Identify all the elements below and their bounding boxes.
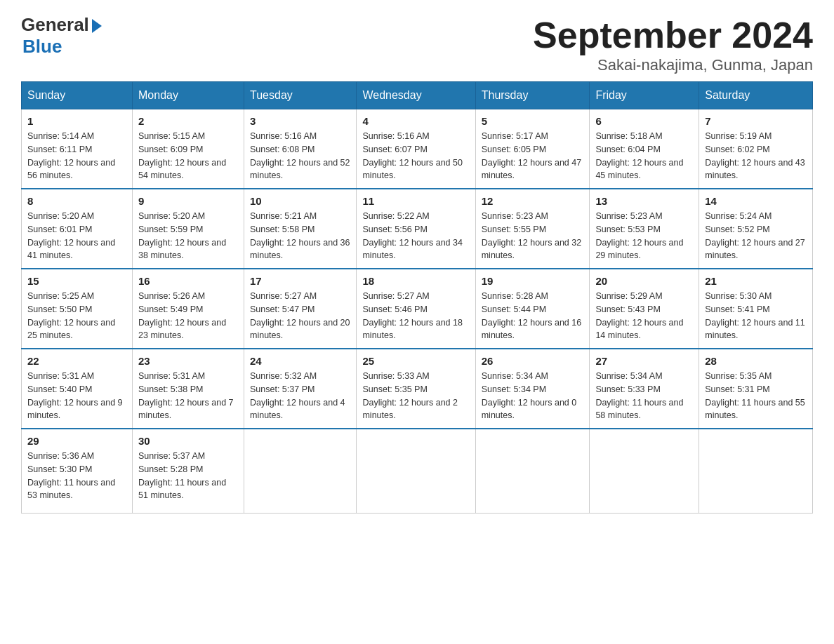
day-number: 21: [705, 275, 807, 287]
day-number: 15: [27, 275, 126, 287]
calendar-cell: 20Sunrise: 5:29 AMSunset: 5:43 PMDayligh…: [590, 269, 699, 349]
calendar-cell: 19Sunrise: 5:28 AMSunset: 5:44 PMDayligh…: [475, 269, 590, 349]
header-saturday: Saturday: [699, 82, 813, 109]
day-number: 24: [250, 355, 350, 367]
calendar-cell: [475, 429, 590, 513]
day-number: 1: [27, 115, 126, 127]
day-number: 5: [482, 115, 584, 127]
header-wednesday: Wednesday: [357, 82, 475, 109]
day-info: Sunrise: 5:20 AMSunset: 6:01 PMDaylight:…: [27, 210, 126, 262]
calendar-cell: 29Sunrise: 5:36 AMSunset: 5:30 PMDayligh…: [22, 429, 133, 513]
logo: General Blue: [21, 14, 102, 58]
day-info: Sunrise: 5:15 AMSunset: 6:09 PMDaylight:…: [138, 130, 238, 182]
calendar-cell: 3Sunrise: 5:16 AMSunset: 6:08 PMDaylight…: [244, 109, 357, 189]
header-monday: Monday: [133, 82, 244, 109]
calendar-cell: 14Sunrise: 5:24 AMSunset: 5:52 PMDayligh…: [699, 189, 813, 269]
calendar-cell: 26Sunrise: 5:34 AMSunset: 5:34 PMDayligh…: [475, 349, 590, 429]
calendar-header-row: SundayMondayTuesdayWednesdayThursdayFrid…: [22, 82, 813, 109]
calendar-week-row: 29Sunrise: 5:36 AMSunset: 5:30 PMDayligh…: [22, 429, 813, 513]
calendar-table: SundayMondayTuesdayWednesdayThursdayFrid…: [21, 81, 813, 514]
calendar-cell: 2Sunrise: 5:15 AMSunset: 6:09 PMDaylight…: [133, 109, 244, 189]
header-friday: Friday: [590, 82, 699, 109]
day-info: Sunrise: 5:27 AMSunset: 5:47 PMDaylight:…: [250, 290, 350, 342]
calendar-cell: [244, 429, 357, 513]
day-number: 28: [705, 355, 807, 367]
day-number: 29: [27, 435, 126, 447]
day-info: Sunrise: 5:37 AMSunset: 5:28 PMDaylight:…: [138, 450, 238, 502]
calendar-cell: 13Sunrise: 5:23 AMSunset: 5:53 PMDayligh…: [590, 189, 699, 269]
day-number: 30: [138, 435, 238, 447]
day-info: Sunrise: 5:27 AMSunset: 5:46 PMDaylight:…: [362, 290, 469, 342]
day-number: 16: [138, 275, 238, 287]
calendar-cell: 10Sunrise: 5:21 AMSunset: 5:58 PMDayligh…: [244, 189, 357, 269]
day-number: 13: [595, 195, 693, 207]
calendar-cell: 27Sunrise: 5:34 AMSunset: 5:33 PMDayligh…: [590, 349, 699, 429]
day-info: Sunrise: 5:14 AMSunset: 6:11 PMDaylight:…: [27, 130, 126, 182]
day-number: 26: [482, 355, 584, 367]
day-info: Sunrise: 5:34 AMSunset: 5:34 PMDaylight:…: [482, 370, 584, 422]
day-number: 9: [138, 195, 238, 207]
calendar-cell: 23Sunrise: 5:31 AMSunset: 5:38 PMDayligh…: [133, 349, 244, 429]
day-number: 14: [705, 195, 807, 207]
day-number: 12: [482, 195, 584, 207]
day-info: Sunrise: 5:16 AMSunset: 6:07 PMDaylight:…: [362, 130, 469, 182]
calendar-cell: [357, 429, 475, 513]
day-number: 10: [250, 195, 350, 207]
day-info: Sunrise: 5:30 AMSunset: 5:41 PMDaylight:…: [705, 290, 807, 342]
day-number: 3: [250, 115, 350, 127]
header-sunday: Sunday: [22, 82, 133, 109]
day-info: Sunrise: 5:32 AMSunset: 5:37 PMDaylight:…: [250, 370, 350, 422]
day-info: Sunrise: 5:33 AMSunset: 5:35 PMDaylight:…: [362, 370, 469, 422]
day-info: Sunrise: 5:18 AMSunset: 6:04 PMDaylight:…: [595, 130, 693, 182]
calendar-cell: 16Sunrise: 5:26 AMSunset: 5:49 PMDayligh…: [133, 269, 244, 349]
calendar-cell: 4Sunrise: 5:16 AMSunset: 6:07 PMDaylight…: [357, 109, 475, 189]
calendar-cell: 12Sunrise: 5:23 AMSunset: 5:55 PMDayligh…: [475, 189, 590, 269]
logo-general-text: General: [21, 14, 89, 36]
day-number: 19: [482, 275, 584, 287]
day-info: Sunrise: 5:26 AMSunset: 5:49 PMDaylight:…: [138, 290, 238, 342]
calendar-cell: 6Sunrise: 5:18 AMSunset: 6:04 PMDaylight…: [590, 109, 699, 189]
calendar-cell: 28Sunrise: 5:35 AMSunset: 5:31 PMDayligh…: [699, 349, 813, 429]
calendar-cell: 17Sunrise: 5:27 AMSunset: 5:47 PMDayligh…: [244, 269, 357, 349]
day-info: Sunrise: 5:19 AMSunset: 6:02 PMDaylight:…: [705, 130, 807, 182]
day-info: Sunrise: 5:23 AMSunset: 5:53 PMDaylight:…: [595, 210, 693, 262]
day-info: Sunrise: 5:29 AMSunset: 5:43 PMDaylight:…: [595, 290, 693, 342]
day-info: Sunrise: 5:24 AMSunset: 5:52 PMDaylight:…: [705, 210, 807, 262]
day-number: 20: [595, 275, 693, 287]
calendar-week-row: 15Sunrise: 5:25 AMSunset: 5:50 PMDayligh…: [22, 269, 813, 349]
day-info: Sunrise: 5:36 AMSunset: 5:30 PMDaylight:…: [27, 450, 126, 502]
calendar-week-row: 22Sunrise: 5:31 AMSunset: 5:40 PMDayligh…: [22, 349, 813, 429]
logo-blue-text: Blue: [22, 36, 62, 58]
calendar-cell: 15Sunrise: 5:25 AMSunset: 5:50 PMDayligh…: [22, 269, 133, 349]
calendar-cell: [590, 429, 699, 513]
calendar-title: September 2024: [533, 14, 813, 56]
calendar-cell: 22Sunrise: 5:31 AMSunset: 5:40 PMDayligh…: [22, 349, 133, 429]
day-info: Sunrise: 5:28 AMSunset: 5:44 PMDaylight:…: [482, 290, 584, 342]
calendar-cell: 9Sunrise: 5:20 AMSunset: 5:59 PMDaylight…: [133, 189, 244, 269]
day-info: Sunrise: 5:35 AMSunset: 5:31 PMDaylight:…: [705, 370, 807, 422]
calendar-week-row: 8Sunrise: 5:20 AMSunset: 6:01 PMDaylight…: [22, 189, 813, 269]
day-info: Sunrise: 5:34 AMSunset: 5:33 PMDaylight:…: [595, 370, 693, 422]
logo-arrow-icon: [92, 19, 102, 33]
day-number: 22: [27, 355, 126, 367]
header-thursday: Thursday: [475, 82, 590, 109]
day-number: 7: [705, 115, 807, 127]
calendar-cell: 7Sunrise: 5:19 AMSunset: 6:02 PMDaylight…: [699, 109, 813, 189]
day-number: 23: [138, 355, 238, 367]
calendar-cell: 8Sunrise: 5:20 AMSunset: 6:01 PMDaylight…: [22, 189, 133, 269]
day-number: 8: [27, 195, 126, 207]
calendar-subtitle: Sakai-nakajima, Gunma, Japan: [533, 56, 813, 74]
title-block: September 2024 Sakai-nakajima, Gunma, Ja…: [533, 14, 813, 74]
calendar-cell: [699, 429, 813, 513]
calendar-cell: 21Sunrise: 5:30 AMSunset: 5:41 PMDayligh…: [699, 269, 813, 349]
day-info: Sunrise: 5:31 AMSunset: 5:38 PMDaylight:…: [138, 370, 238, 422]
day-number: 11: [362, 195, 469, 207]
day-number: 27: [595, 355, 693, 367]
day-info: Sunrise: 5:20 AMSunset: 5:59 PMDaylight:…: [138, 210, 238, 262]
calendar-cell: 18Sunrise: 5:27 AMSunset: 5:46 PMDayligh…: [357, 269, 475, 349]
day-number: 2: [138, 115, 238, 127]
calendar-cell: 25Sunrise: 5:33 AMSunset: 5:35 PMDayligh…: [357, 349, 475, 429]
calendar-week-row: 1Sunrise: 5:14 AMSunset: 6:11 PMDaylight…: [22, 109, 813, 189]
day-number: 18: [362, 275, 469, 287]
day-info: Sunrise: 5:22 AMSunset: 5:56 PMDaylight:…: [362, 210, 469, 262]
